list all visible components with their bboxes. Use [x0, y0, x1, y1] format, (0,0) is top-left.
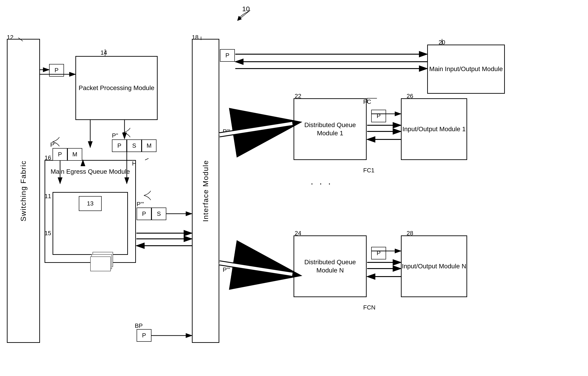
- ps-s-box: S: [151, 207, 166, 220]
- main-io-label: Main Input/Output Module: [429, 65, 503, 73]
- p-box-dq1: P: [371, 110, 386, 122]
- p-dqn-label: P: [377, 250, 381, 257]
- psm-s-box: S: [127, 140, 142, 152]
- pm-m-label: M: [73, 151, 77, 158]
- psm-m-label: M: [147, 142, 152, 149]
- sub-box-13: 13: [79, 196, 102, 211]
- ref-26: 26: [407, 93, 413, 100]
- sub-box-11: 13: [52, 192, 128, 255]
- dist-queue-1-box: Distributed Queue Module 1: [294, 98, 367, 160]
- p-label-input: P: [55, 67, 58, 74]
- sub13-label: 13: [87, 200, 94, 207]
- interface-module-label: Interface Module: [201, 160, 210, 222]
- dots-label: · · ·: [311, 178, 333, 189]
- interface-module-box: Interface Module: [192, 39, 219, 343]
- ref-10: 10: [242, 5, 250, 13]
- diagram: Switching Fabric 12 10 Packet Processing…: [0, 0, 588, 376]
- p-triple-prime-label-2: P''': [223, 266, 230, 273]
- psm-m-box: M: [142, 140, 157, 152]
- p-box-dqn: P: [371, 247, 386, 259]
- io-module-n-label: Input/Output Module N: [402, 262, 466, 270]
- pm-m-box: M: [67, 148, 82, 161]
- ps-s-label: S: [157, 210, 161, 217]
- pm-p-label: P: [58, 151, 62, 158]
- fcn-label: FCN: [363, 304, 375, 311]
- p-dq1-label: P: [377, 112, 381, 119]
- dist-queue-1-label: Distributed Queue Module 1: [294, 121, 366, 138]
- switching-fabric-label: Switching Fabric: [19, 161, 28, 222]
- bp-p-label: P: [142, 332, 146, 339]
- svg-line-23: [219, 263, 292, 274]
- packet-processing-box: Packet Processing Module: [75, 56, 158, 120]
- svg-line-20: [219, 123, 292, 135]
- ref-12: 12: [7, 34, 13, 41]
- p-double-prime-label: P'': [112, 132, 118, 139]
- packet-processing-label: Packet Processing Module: [79, 84, 154, 92]
- pm-p-box: P: [52, 148, 67, 161]
- ref-15: 15: [44, 230, 51, 237]
- main-egress-label: Main Egress Queue Module: [51, 168, 130, 176]
- psm-s-label: S: [132, 142, 136, 149]
- io-module-1-box: Input/Output Module 1: [401, 98, 467, 160]
- ref-16: 16: [44, 154, 51, 161]
- dist-queue-n-box: Distributed Queue Module N: [294, 236, 367, 297]
- p-if-top-label: P: [225, 52, 229, 59]
- switching-fabric-box: Switching Fabric: [7, 39, 40, 343]
- svg-line-21: [219, 123, 292, 135]
- svg-line-22: [219, 263, 292, 274]
- io-module-1-label: Input/Output Module 1: [402, 125, 466, 133]
- ref-18: 18: [192, 34, 199, 41]
- ps-p-label: P: [142, 210, 146, 217]
- ref-24: 24: [295, 230, 301, 237]
- p-triple-prime-label-1: P''': [223, 128, 230, 135]
- h-label: H: [132, 160, 136, 167]
- ref-14: 14: [101, 49, 107, 56]
- bp-label: BP: [135, 322, 143, 329]
- ps-p-box: P: [136, 207, 151, 220]
- bp-p-box: P: [136, 329, 151, 342]
- p-box-input: P: [49, 64, 64, 76]
- p-triple-prime-above-ps: P''': [136, 201, 144, 208]
- main-io-box: Main Input/Output Module: [427, 44, 505, 94]
- psm-p-box: P: [112, 140, 127, 152]
- p-prime-label: P': [50, 141, 55, 148]
- psm-p-label: P: [117, 142, 121, 149]
- ref-20: 20: [439, 39, 445, 46]
- svg-line-38: [145, 158, 148, 160]
- dist-queue-n-label: Distributed Queue Module N: [294, 258, 366, 275]
- fc1-label: FC1: [363, 167, 374, 174]
- ref-28: 28: [407, 230, 413, 237]
- ref-22: 22: [295, 93, 301, 100]
- p-box-if-top: P: [220, 49, 235, 62]
- io-module-n-box: Input/Output Module N: [401, 236, 467, 297]
- fc-label: FC: [363, 98, 371, 105]
- ref-11: 11: [44, 193, 51, 200]
